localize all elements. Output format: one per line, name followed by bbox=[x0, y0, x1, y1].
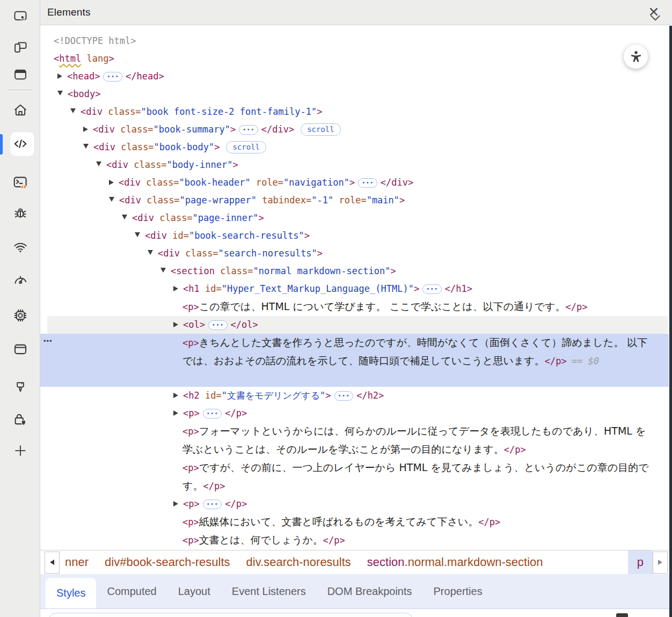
dom-tree-row[interactable]: <!DOCTYPE html> bbox=[40, 32, 672, 50]
dom-tree-row[interactable]: <div class="book-header" role="navigatio… bbox=[40, 174, 672, 192]
disclosure-open-icon[interactable] bbox=[83, 144, 89, 149]
code-tag: </ol> bbox=[231, 319, 258, 330]
disclosure-closed-icon[interactable] bbox=[173, 393, 178, 398]
selected-row-options-icon[interactable]: ••• bbox=[43, 332, 53, 350]
breadcrumb-item[interactable]: div#book-search-results bbox=[105, 555, 230, 569]
dom-tree-row[interactable]: <html lang> bbox=[40, 50, 672, 68]
code-tag: > bbox=[317, 248, 323, 259]
disclosure-closed-icon[interactable] bbox=[173, 286, 178, 291]
dom-tree-row[interactable]: <p>•••</p> bbox=[40, 405, 672, 422]
ellipsis-expand-button[interactable]: ••• bbox=[358, 178, 377, 188]
dom-tree-row[interactable]: <div id="book-search-results"> bbox=[40, 227, 672, 245]
show-code-icon[interactable] bbox=[0, 131, 40, 157]
dom-tree-row[interactable]: <head>•••</head> bbox=[40, 68, 672, 85]
dom-tree-row[interactable]: <div class="page-wrapper" tabindex="-1" … bbox=[40, 192, 672, 209]
code-tag: > bbox=[317, 106, 322, 117]
dom-tree-row[interactable]: •••<p>きちんとした文書を作ろうと思ったのですが、時間がなくて（面倒くさくて… bbox=[40, 334, 669, 387]
tab-styles[interactable]: Styles bbox=[46, 578, 96, 608]
disclosure-closed-icon[interactable] bbox=[173, 322, 178, 327]
disclosure-closed-icon[interactable] bbox=[173, 410, 178, 416]
dom-tree-row[interactable]: <p>フォーマットというからには、何らかのルールに従ってデータを表現したものであ… bbox=[40, 422, 672, 459]
disclosure-open-icon[interactable] bbox=[57, 91, 63, 96]
dom-tree-row[interactable]: <div class="book font-size-2 font-family… bbox=[40, 103, 672, 121]
filter-field[interactable] bbox=[48, 613, 413, 617]
code-val: "-1" bbox=[311, 195, 333, 205]
ellipsis-expand-button[interactable]: ••• bbox=[208, 320, 228, 330]
dom-tree-row[interactable]: <div class="book-summary">•••</div>scrol… bbox=[40, 121, 672, 138]
tab-dom-breakpoints[interactable]: DOM Breakpoints bbox=[317, 574, 423, 608]
ellipsis-expand-button[interactable]: ••• bbox=[203, 500, 222, 509]
timelines-gauge-icon[interactable] bbox=[0, 267, 40, 293]
chevron-down-icon[interactable] bbox=[648, 11, 662, 25]
dom-tree-row[interactable]: <p>この章では、HTML について学びます。 ここで学ぶことは、以下の通りです… bbox=[40, 298, 672, 316]
code-tag: > bbox=[349, 177, 355, 188]
disclosure-open-icon[interactable] bbox=[160, 268, 166, 273]
ellipsis-expand-button[interactable]: ••• bbox=[239, 125, 258, 135]
breadcrumb-scroll-right-button[interactable] bbox=[653, 552, 668, 574]
swatch-icon[interactable] bbox=[616, 613, 628, 617]
dom-tree-row[interactable]: <section class="normal markdown-section"… bbox=[40, 262, 672, 280]
disclosure-open-icon[interactable] bbox=[109, 197, 114, 202]
code-tag: > bbox=[414, 283, 419, 294]
code-val: "book-body" bbox=[154, 142, 215, 152]
scroll-badge[interactable]: scroll bbox=[301, 123, 341, 136]
breadcrumb-scroll-left-button[interactable] bbox=[45, 552, 60, 574]
scroll-badge[interactable]: scroll bbox=[226, 141, 266, 153]
disclosure-closed-icon[interactable] bbox=[109, 180, 114, 185]
tab-properties[interactable]: Properties bbox=[423, 574, 493, 608]
disclosure-closed-icon[interactable] bbox=[173, 501, 178, 506]
inspect-element-icon[interactable] bbox=[0, 3, 40, 29]
cpu-chip-icon[interactable] bbox=[0, 303, 40, 328]
disclosure-closed-icon[interactable] bbox=[83, 127, 88, 132]
dom-tree-row[interactable]: <p>紙媒体において、文書と呼ばれるものを考えてみて下さい。</p> bbox=[40, 513, 672, 531]
breadcrumb-item[interactable]: div.search-noresults bbox=[246, 555, 351, 569]
disclosure-open-icon[interactable] bbox=[70, 108, 76, 113]
tab-computed[interactable]: Computed bbox=[96, 574, 167, 608]
arrow-right-icon bbox=[658, 560, 662, 565]
code-tag: </p> bbox=[504, 444, 526, 455]
ellipsis-expand-button[interactable]: ••• bbox=[203, 409, 222, 418]
add-tab-plus-icon[interactable] bbox=[0, 438, 40, 464]
network-wifi-icon[interactable] bbox=[0, 234, 40, 260]
tab-layout[interactable]: Layout bbox=[167, 574, 221, 608]
dom-tree-row[interactable]: <div class="search-noresults"> bbox=[40, 245, 672, 262]
breadcrumb-item[interactable]: section.normal.markdown-section bbox=[367, 555, 543, 569]
dom-tree-row[interactable]: <div class="page-inner"> bbox=[40, 209, 672, 227]
ellipsis-expand-button[interactable]: ••• bbox=[334, 391, 354, 401]
tab-event-listeners[interactable]: Event Listeners bbox=[221, 574, 317, 608]
debugger-bug-icon[interactable] bbox=[0, 200, 40, 226]
browser-window-icon[interactable] bbox=[0, 62, 40, 87]
ellipsis-expand-button[interactable]: ••• bbox=[103, 72, 122, 82]
graphics-paintbrush-icon[interactable] bbox=[0, 374, 40, 400]
code-tag: </p> bbox=[203, 481, 225, 491]
dom-tree-row[interactable]: <div class="body-inner"> bbox=[40, 156, 672, 174]
disclosure-open-icon[interactable] bbox=[135, 232, 140, 237]
breadcrumb-item[interactable]: nner bbox=[65, 555, 89, 569]
disclosure-open-icon[interactable] bbox=[122, 215, 127, 219]
breadcrumb-item[interactable]: p bbox=[628, 550, 653, 574]
code-attr: class= bbox=[115, 142, 154, 152]
accessibility-overlay-button[interactable] bbox=[624, 45, 648, 69]
dom-tree-row[interactable]: <p>ですが、その前に、一つ上のレイヤーから HTML を見てみましょう、という… bbox=[40, 459, 672, 495]
dom-tree-row[interactable]: <body> bbox=[40, 85, 672, 103]
storage-window-icon[interactable] bbox=[0, 336, 40, 362]
console-warning-icon[interactable] bbox=[0, 170, 40, 195]
responsive-design-mode-icon[interactable] bbox=[0, 34, 40, 60]
privacy-lock-shield-icon[interactable] bbox=[0, 407, 40, 432]
code-tag: </h1> bbox=[445, 283, 472, 294]
disclosure-closed-icon[interactable] bbox=[57, 74, 62, 79]
dom-tree-row[interactable]: <p>文書とは、何でしょうか。</p> bbox=[40, 531, 672, 549]
dom-tree-row[interactable]: <h1 id="Hyper_Text_Markup_Language_(HTML… bbox=[40, 280, 672, 298]
ellipsis-expand-button[interactable]: ••• bbox=[422, 284, 442, 294]
code-tag: <div bbox=[158, 248, 180, 259]
dom-tree-row[interactable]: <div class="book-body">scroll bbox=[40, 138, 672, 156]
disclosure-open-icon[interactable] bbox=[96, 161, 101, 166]
dom-tree-row[interactable]: <h2 id="文書をモデリングする">•••</h2> bbox=[40, 387, 672, 405]
breadcrumb-part: nner bbox=[65, 555, 89, 569]
dom-tree-row[interactable]: <p>•••</p> bbox=[40, 495, 672, 513]
dom-tree-row[interactable]: <ol>•••</ol> bbox=[47, 316, 668, 334]
home-icon[interactable] bbox=[0, 97, 40, 123]
code-tag: > bbox=[390, 266, 396, 276]
code-tag: <div bbox=[132, 212, 154, 223]
disclosure-open-icon[interactable] bbox=[148, 250, 153, 255]
